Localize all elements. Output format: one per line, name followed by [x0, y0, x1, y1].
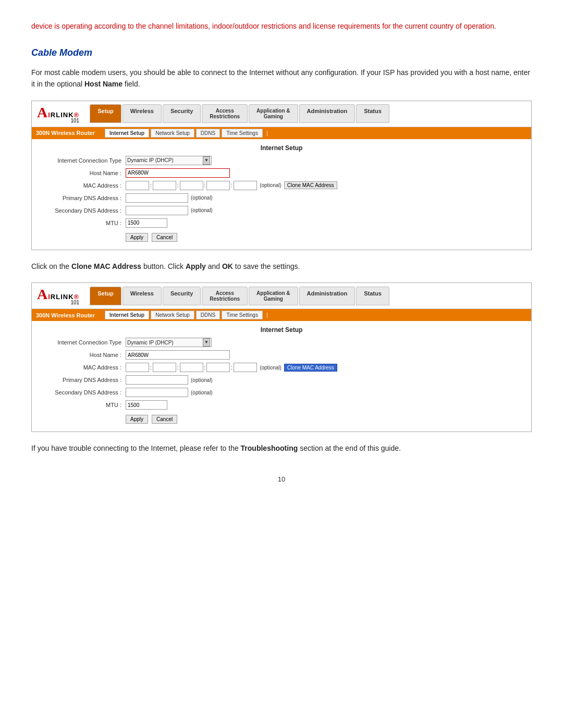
primary-dns-input-1[interactable] [126, 193, 188, 203]
mac-fields-2: : : : : (optional) Clone MAC Address [126, 363, 337, 372]
nav-tab-admin-1[interactable]: Administration [299, 104, 356, 123]
secondary-dns-optional-2: (optional) [191, 390, 213, 396]
connection-type-value-1: Dynamic IP (DHCP) [127, 157, 174, 163]
logo-101-2: 101 [48, 300, 79, 305]
cancel-button-1[interactable]: Cancel [152, 233, 177, 242]
mac-field-2-2[interactable] [153, 363, 176, 372]
subtab-internet-1[interactable]: Internet Setup [105, 129, 149, 138]
nav-tab-status-2[interactable]: Status [356, 287, 389, 305]
clone-mac-button-1[interactable]: Clone MAC Address [284, 181, 337, 189]
nav-tab-access-2[interactable]: AccessRestrictions [202, 287, 248, 305]
subtab-internet-2[interactable]: Internet Setup [105, 311, 149, 319]
subtab-network-2[interactable]: Network Setup [151, 311, 194, 319]
connection-type-label-2: Internet Connection Type [42, 339, 126, 346]
mac-address-row-2: MAC Address : : : : : (optional) Clone M… [42, 363, 521, 372]
mac-field-1-3[interactable] [180, 181, 203, 190]
intro-text: For most cable modem users, you should b… [31, 67, 532, 90]
router-logo-1: A IRLINK® 101 [37, 104, 79, 124]
mac-field-1-2[interactable] [153, 181, 176, 190]
mac-sep-2-3: : [203, 365, 207, 371]
subtab-time-2[interactable]: Time Settings [222, 311, 263, 319]
mac-field-2-5[interactable] [234, 363, 257, 372]
btn-row-2: Apply Cancel [126, 415, 521, 424]
mtu-label-2: MTU : [42, 402, 126, 408]
connection-type-row-1: Internet Connection Type Dynamic IP (DHC… [42, 156, 521, 165]
logo-101-1: 101 [48, 118, 79, 124]
mac-field-1-5[interactable] [234, 181, 257, 190]
router-nav-1: A IRLINK® 101 Setup Wireless Security Ac… [32, 101, 531, 127]
nav-tabs-1: Setup Wireless Security AccessRestrictio… [90, 104, 526, 123]
host-name-input-1[interactable] [126, 168, 230, 178]
router-ui-1: A IRLINK® 101 Setup Wireless Security Ac… [31, 101, 532, 250]
nav-tab-security-1[interactable]: Security [163, 104, 201, 123]
host-name-label-1: Host Name : [42, 170, 126, 176]
nav-tab-security-2[interactable]: Security [163, 287, 201, 305]
nav-tab-admin-2[interactable]: Administration [299, 287, 356, 305]
router-nav-2: A IRLINK® 101 Setup Wireless Security Ac… [32, 283, 531, 309]
secondary-dns-input-2[interactable] [126, 388, 188, 397]
nav-tab-wireless-2[interactable]: Wireless [123, 287, 162, 305]
page-number: 10 [31, 475, 532, 483]
secondary-dns-label-2: Secondary DNS Address : [42, 389, 126, 396]
router-logo-2: A IRLINK® 101 [37, 286, 79, 305]
primary-dns-label-2: Primary DNS Address : [42, 377, 126, 383]
mac-field-1-4[interactable] [206, 181, 230, 190]
secondary-dns-row-2: Secondary DNS Address : (optional) [42, 388, 521, 397]
section-title: Cable Modem [31, 47, 532, 58]
mtu-input-1[interactable] [126, 218, 167, 228]
apply-button-2[interactable]: Apply [126, 415, 148, 424]
logo-irlink-1: IRLINK® [48, 112, 79, 118]
mac-sep-1-1: : [149, 182, 153, 188]
connection-type-arrow-1[interactable]: ▼ [203, 156, 210, 165]
apply-button-1[interactable]: Apply [126, 233, 148, 242]
router-ui-2: A IRLINK® 101 Setup Wireless Security Ac… [31, 282, 532, 432]
primary-dns-input-2[interactable] [126, 375, 188, 385]
connection-type-select-2[interactable]: Dynamic IP (DHCP) ▼ [126, 338, 212, 347]
nav-tab-setup-2[interactable]: Setup [90, 287, 121, 305]
mac-field-2-3[interactable] [180, 363, 203, 372]
secondary-dns-row-1: Secondary DNS Address : (optional) [42, 206, 521, 215]
nav-tab-setup-1[interactable]: Setup [90, 104, 121, 123]
mac-fields-1: : : : : (optional) Clone MAC Address [126, 181, 337, 190]
connection-type-arrow-2[interactable]: ▼ [203, 338, 210, 347]
router-model-1: 300N Wireless Router [36, 130, 99, 136]
host-name-input-2[interactable] [126, 350, 230, 360]
orange-bar-2: 300N Wireless Router Internet Setup Netw… [32, 309, 531, 321]
mac-field-1-1[interactable] [126, 181, 149, 190]
nav-tab-access-1[interactable]: AccessRestrictions [202, 104, 248, 123]
secondary-dns-optional-1: (optional) [191, 207, 213, 213]
primary-dns-label-1: Primary DNS Address : [42, 195, 126, 201]
connection-type-label-1: Internet Connection Type [42, 157, 126, 164]
subtab-ddns-2[interactable]: DDNS [196, 311, 220, 319]
cancel-button-2[interactable]: Cancel [152, 415, 177, 424]
primary-dns-row-1: Primary DNS Address : (optional) [42, 193, 521, 203]
footer-text: If you have trouble connecting to the In… [31, 442, 532, 454]
mac-sep-1-4: : [230, 182, 234, 188]
nav-tab-status-1[interactable]: Status [356, 104, 389, 123]
mac-address-label-1: MAC Address : [42, 182, 126, 189]
subtab-time-1[interactable]: Time Settings [222, 129, 263, 138]
logo-a-2: A [37, 286, 47, 303]
subtab-ddns-1[interactable]: DDNS [196, 129, 220, 138]
nav-tab-gaming-1[interactable]: Application &Gaming [249, 104, 298, 123]
secondary-dns-input-1[interactable] [126, 206, 188, 215]
mac-field-2-4[interactable] [206, 363, 230, 372]
connection-type-value-2: Dynamic IP (DHCP) [127, 340, 174, 346]
mac-sep-2-4: : [230, 365, 234, 371]
mac-sep-1-2: : [176, 182, 180, 188]
mtu-input-2[interactable] [126, 400, 167, 410]
internet-setup-heading-1: Internet Setup [42, 144, 521, 152]
internet-setup-heading-2: Internet Setup [42, 326, 521, 334]
clone-mac-button-2[interactable]: Clone MAC Address [284, 364, 337, 372]
mtu-row-2: MTU : [42, 400, 521, 410]
mac-field-2-1[interactable] [126, 363, 149, 372]
router-content-2: Internet Setup Internet Connection Type … [32, 321, 531, 431]
mac-optional-2: (optional) [260, 365, 282, 371]
logo-a-1: A [37, 104, 47, 121]
mac-sep-2-2: : [176, 365, 180, 371]
connection-type-select-1[interactable]: Dynamic IP (DHCP) ▼ [126, 156, 212, 165]
primary-dns-row-2: Primary DNS Address : (optional) [42, 375, 521, 385]
subtab-network-1[interactable]: Network Setup [151, 129, 194, 138]
nav-tab-wireless-1[interactable]: Wireless [123, 104, 162, 123]
nav-tab-gaming-2[interactable]: Application &Gaming [249, 287, 298, 305]
